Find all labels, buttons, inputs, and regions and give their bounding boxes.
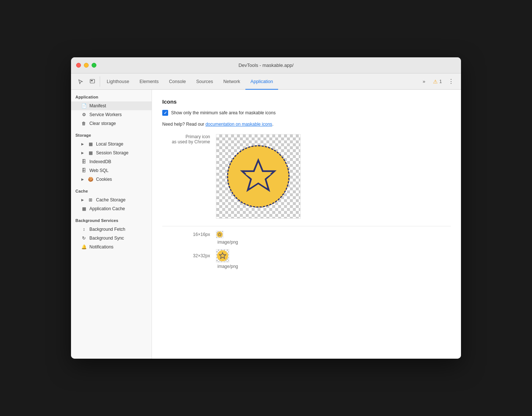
checkbox-row: ✓ Show only the minimum safe area for ma… bbox=[162, 110, 451, 116]
stack-icon: ⊞ bbox=[88, 197, 93, 202]
main-panel: Icons ✓ Show only the minimum safe area … bbox=[152, 90, 461, 359]
tabs-container: Lighthouse Elements Console Sources Netw… bbox=[102, 73, 416, 90]
grid-icon: ▦ bbox=[88, 141, 93, 147]
star-icon bbox=[238, 156, 279, 197]
close-button[interactable] bbox=[76, 63, 81, 68]
sidebar-item-application-cache[interactable]: ▦ Application Cache bbox=[71, 204, 152, 213]
minimize-button[interactable] bbox=[84, 63, 89, 68]
icon-32-type-label: image/png bbox=[217, 264, 451, 269]
check-icon: ✓ bbox=[164, 111, 167, 115]
grid-icon: ▦ bbox=[81, 206, 86, 211]
warning-badge[interactable]: ⚠ 1 bbox=[431, 78, 444, 85]
title-bar: DevTools - maskable.app/ bbox=[71, 57, 461, 73]
traffic-lights bbox=[76, 63, 96, 68]
primary-icon-preview bbox=[216, 134, 301, 219]
toolbar: Lighthouse Elements Console Sources Netw… bbox=[71, 73, 461, 90]
icon-16-type-label: image/png bbox=[217, 240, 451, 245]
sidebar: Application 📄 Manifest ⚙ Service Workers… bbox=[71, 90, 152, 359]
maximize-button[interactable] bbox=[92, 63, 96, 68]
icon-16-label-col: 16×16px bbox=[162, 232, 210, 237]
cookie-icon: 🍪 bbox=[88, 177, 93, 182]
icon-circle bbox=[227, 145, 290, 208]
sidebar-item-background-fetch[interactable]: ↕ Background Fetch bbox=[71, 225, 152, 234]
database-icon: 🗄 bbox=[81, 168, 86, 173]
svg-marker-5 bbox=[219, 252, 226, 258]
cursor-icon[interactable] bbox=[75, 76, 86, 87]
expand-icon: ▶ bbox=[81, 142, 85, 146]
tab-lighthouse[interactable]: Lighthouse bbox=[102, 73, 134, 90]
small-star-icon bbox=[217, 232, 222, 237]
primary-icon-label-col: Primary icon as used by Chrome bbox=[162, 134, 210, 144]
expand-icon: ▶ bbox=[81, 151, 85, 155]
sidebar-item-background-sync[interactable]: ↻ Background Sync bbox=[71, 234, 152, 243]
icon-32-row: 32×32px bbox=[162, 249, 451, 262]
medium-star-icon bbox=[219, 252, 227, 260]
gear-icon: ⚙ bbox=[81, 112, 86, 117]
icon-32-label-col: 32×32px bbox=[162, 253, 210, 258]
tab-network[interactable]: Network bbox=[218, 73, 245, 90]
documentation-link[interactable]: documentation on maskable icons bbox=[205, 122, 272, 127]
icon-16-size-label: 16×16px bbox=[162, 232, 210, 237]
icon-16-preview bbox=[216, 231, 223, 238]
primary-icon-label-line1: Primary icon bbox=[162, 134, 210, 139]
tab-console[interactable]: Console bbox=[164, 73, 191, 90]
warning-icon: ⚠ bbox=[433, 79, 438, 85]
icon-16-image bbox=[217, 232, 223, 237]
database-icon: 🗄 bbox=[81, 159, 86, 164]
expand-icon: ▶ bbox=[81, 198, 85, 202]
toolbar-right: » ⚠ 1 ⋮ bbox=[416, 77, 459, 86]
sidebar-section-storage: Storage bbox=[71, 128, 152, 140]
divider bbox=[162, 226, 451, 226]
icon-32-preview bbox=[216, 249, 229, 262]
bell-icon: 🔔 bbox=[81, 244, 86, 250]
sidebar-item-notifications[interactable]: 🔔 Notifications bbox=[71, 243, 152, 251]
sidebar-item-clear-storage[interactable]: 🗑 Clear storage bbox=[71, 119, 152, 128]
sidebar-item-service-workers[interactable]: ⚙ Service Workers bbox=[71, 110, 152, 119]
sidebar-item-local-storage[interactable]: ▶ ▦ Local Storage bbox=[71, 140, 152, 148]
tab-application[interactable]: Application bbox=[245, 73, 278, 90]
help-text: Need help? Read our documentation on mas… bbox=[162, 122, 451, 127]
icon-32-size-label: 32×32px bbox=[162, 253, 210, 258]
trash-icon: 🗑 bbox=[81, 121, 86, 126]
sync-icon: ↻ bbox=[81, 236, 86, 241]
window-title: DevTools - maskable.app/ bbox=[238, 62, 294, 68]
panel-title: Icons bbox=[162, 98, 451, 105]
arrows-icon: ↕ bbox=[81, 227, 86, 232]
toolbar-icons bbox=[73, 76, 100, 87]
sidebar-section-application: Application bbox=[71, 90, 152, 101]
expand-icon: ▶ bbox=[81, 177, 85, 181]
tab-sources[interactable]: Sources bbox=[191, 73, 218, 90]
tab-elements[interactable]: Elements bbox=[134, 73, 164, 90]
svg-marker-4 bbox=[218, 233, 221, 236]
sidebar-item-cookies[interactable]: ▶ 🍪 Cookies bbox=[71, 175, 152, 184]
sidebar-section-cache: Cache bbox=[71, 184, 152, 196]
svg-rect-1 bbox=[91, 80, 93, 81]
sidebar-item-indexeddb[interactable]: 🗄 IndexedDB bbox=[71, 157, 152, 166]
maskable-checkbox[interactable]: ✓ bbox=[162, 110, 168, 116]
sidebar-section-bg-services: Background Services bbox=[71, 213, 152, 225]
document-icon: 📄 bbox=[81, 103, 86, 108]
more-tabs-button[interactable]: » bbox=[419, 77, 429, 86]
devtools-menu-button[interactable]: ⋮ bbox=[446, 77, 456, 86]
sidebar-item-web-sql[interactable]: 🗄 Web SQL bbox=[71, 166, 152, 175]
sidebar-item-cache-storage[interactable]: ▶ ⊞ Cache Storage bbox=[71, 196, 152, 204]
sidebar-item-manifest[interactable]: 📄 Manifest bbox=[71, 101, 152, 110]
main-content: Application 📄 Manifest ⚙ Service Workers… bbox=[71, 90, 461, 359]
icon-16-row: 16×16px bbox=[162, 231, 451, 238]
checkbox-label: Show only the minimum safe area for mask… bbox=[171, 110, 276, 115]
primary-icon-label-line2: as used by Chrome bbox=[162, 139, 210, 144]
sidebar-item-session-storage[interactable]: ▶ ▦ Session Storage bbox=[71, 148, 152, 157]
grid-icon: ▦ bbox=[88, 150, 93, 155]
inspect-icon[interactable] bbox=[87, 76, 97, 87]
icon-32-image bbox=[217, 250, 228, 261]
primary-icon-row: Primary icon as used by Chrome bbox=[162, 134, 451, 219]
browser-window: DevTools - maskable.app/ Lighthouse Elem… bbox=[71, 57, 461, 359]
